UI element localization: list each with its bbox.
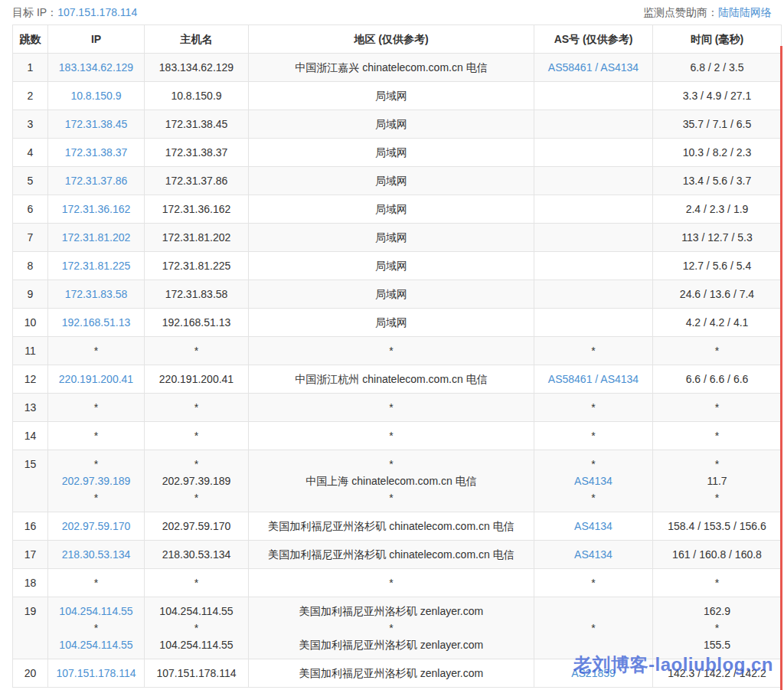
time-cell: 142.3 / 142.2 / 142.2 <box>653 659 782 688</box>
cell-text: 24.6 / 13.6 / 7.4 <box>680 288 754 300</box>
as-link[interactable]: AS4134 <box>574 548 612 561</box>
ip-link[interactable]: 104.254.114.55 <box>59 605 132 617</box>
table-row: 20107.151.178.114107.151.178.114美国加利福尼亚州… <box>13 659 782 688</box>
ip-link[interactable]: 172.31.36.162 <box>62 203 131 215</box>
hop-number: 5 <box>13 167 48 195</box>
table-row: 18***** <box>13 569 782 597</box>
hop-number: 19 <box>13 597 48 659</box>
as-cell: * <box>534 597 653 659</box>
cell-text: 113 / 12.7 / 5.3 <box>681 231 752 244</box>
cell-text: * <box>389 458 393 470</box>
as-link[interactable]: AS21859 <box>571 667 616 679</box>
ip-link[interactable]: 218.30.53.134 <box>62 548 131 561</box>
hop-number: 16 <box>13 512 48 541</box>
region-cell: * <box>249 394 534 422</box>
ip-link[interactable]: 183.134.62.129 <box>59 61 133 74</box>
ip-link[interactable]: 220.191.200.41 <box>59 373 133 385</box>
cell-text: 美国加利福尼亚州洛杉矶 chinatelecom.com.cn 电信 <box>268 548 514 561</box>
hop-number: 11 <box>13 337 48 365</box>
hop-number: 13 <box>13 394 48 422</box>
cell-text: 美国加利福尼亚州洛杉矶 chinatelecom.com.cn 电信 <box>268 520 514 532</box>
cell-text: 4.2 / 4.2 / 4.1 <box>686 316 749 329</box>
ip-cell: * <box>48 422 145 450</box>
trace-table-body: 1183.134.62.129183.134.62.129中国浙江嘉兴 chin… <box>13 54 782 688</box>
cell-text: * <box>591 401 595 414</box>
cell-text: * <box>389 430 393 442</box>
hostname-cell: 172.31.36.162 <box>145 195 249 224</box>
cell-text: 局域网 <box>375 288 407 300</box>
hostname-cell: 172.31.38.45 <box>145 110 249 139</box>
hop-number: 2 <box>13 82 48 110</box>
cell-text: 局域网 <box>375 231 407 244</box>
table-row: 6172.31.36.162172.31.36.162局域网2.4 / 2.3 … <box>13 195 782 224</box>
cell-text: * <box>715 430 719 442</box>
topbar: 目标 IP：107.151.178.114 监测点赞助商：陆陆陆网络 <box>0 0 784 25</box>
sponsor-link[interactable]: 陆陆陆网络 <box>718 6 772 18</box>
cell-text: 172.31.81.225 <box>162 260 231 272</box>
sponsor-label: 监测点赞助商： <box>643 6 718 18</box>
ip-cell: 107.151.178.114 <box>48 659 145 688</box>
hostname-cell: * <box>145 337 249 365</box>
as-cell: * <box>534 569 653 597</box>
table-row: 9172.31.83.58172.31.83.58局域网24.6 / 13.6 … <box>13 280 782 309</box>
table-row: 5172.31.37.86172.31.37.86局域网13.4 / 5.6 /… <box>13 167 782 195</box>
ip-link[interactable]: 202.97.39.189 <box>62 475 131 487</box>
ip-link[interactable]: 172.31.83.58 <box>65 288 128 300</box>
column-header-region: 地区 (仅供参考) <box>249 25 534 54</box>
time-cell: 113 / 12.7 / 5.3 <box>653 224 782 252</box>
as-cell <box>534 110 653 139</box>
ip-cell: 172.31.37.86 <box>48 167 145 195</box>
cell-text: * <box>389 622 393 634</box>
ip-link[interactable]: 172.31.81.202 <box>62 231 131 244</box>
cell-text: 202.97.39.189 <box>162 475 231 487</box>
time-cell: 162.9*155.5 <box>653 597 782 659</box>
cell-text: * <box>715 622 719 634</box>
region-cell: 美国加利福尼亚州洛杉矶 zenlayer.com*美国加利福尼亚州洛杉矶 zen… <box>249 597 534 659</box>
time-cell: 24.6 / 13.6 / 7.4 <box>653 280 782 309</box>
as-cell: AS58461 / AS4134 <box>534 54 653 82</box>
ip-cell: 183.134.62.129 <box>48 54 145 82</box>
hostname-cell: 172.31.83.58 <box>145 280 249 309</box>
target-ip-link[interactable]: 107.151.178.114 <box>57 6 137 18</box>
ip-link[interactable]: 172.31.37.86 <box>65 175 128 187</box>
cell-text: 中国浙江杭州 chinatelecom.com.cn 电信 <box>295 373 487 385</box>
cell-text: 10.3 / 8.2 / 2.3 <box>683 146 752 159</box>
ip-link[interactable]: 172.31.38.37 <box>65 146 128 159</box>
cell-text: * <box>591 458 595 470</box>
cell-text: 局域网 <box>375 90 407 102</box>
time-cell: 161 / 160.8 / 160.8 <box>653 541 782 569</box>
ip-link[interactable]: 172.31.81.225 <box>62 260 131 272</box>
ip-link[interactable]: 107.151.178.114 <box>56 667 136 679</box>
hostname-cell: 220.191.200.41 <box>145 365 249 394</box>
as-link[interactable]: AS58461 / AS4134 <box>548 61 639 74</box>
as-link[interactable]: AS4134 <box>574 520 612 532</box>
cell-text: 183.134.62.129 <box>159 61 234 74</box>
as-link[interactable]: AS4134 <box>574 475 612 487</box>
cell-text: * <box>591 345 595 357</box>
cell-text: 局域网 <box>375 260 407 272</box>
as-cell: AS4134 <box>534 541 653 569</box>
hostname-cell: 10.8.150.9 <box>145 82 249 110</box>
table-row: 3172.31.38.45172.31.38.45局域网35.7 / 7.1 /… <box>13 110 782 139</box>
region-cell: 美国加利福尼亚州洛杉矶 zenlayer.com <box>249 659 534 688</box>
region-cell: 美国加利福尼亚州洛杉矶 chinatelecom.com.cn 电信 <box>249 512 534 541</box>
hostname-cell: 107.151.178.114 <box>145 659 249 688</box>
cell-text: 172.31.83.58 <box>165 288 228 300</box>
time-cell: 12.7 / 5.6 / 5.4 <box>653 252 782 280</box>
ip-link[interactable]: 104.254.114.55 <box>59 639 132 651</box>
cell-text: * <box>194 345 198 357</box>
ip-link[interactable]: 172.31.38.45 <box>65 118 128 130</box>
time-cell: 2.4 / 2.3 / 1.9 <box>653 195 782 224</box>
cell-text: 107.151.178.114 <box>156 667 236 679</box>
ip-link[interactable]: 192.168.51.13 <box>62 316 131 329</box>
ip-link[interactable]: 202.97.59.170 <box>62 520 131 532</box>
table-row: 14***** <box>13 422 782 450</box>
cell-text: 220.191.200.41 <box>159 373 234 385</box>
time-cell: 13.4 / 5.6 / 3.7 <box>653 167 782 195</box>
region-cell: 美国加利福尼亚州洛杉矶 chinatelecom.com.cn 电信 <box>249 541 534 569</box>
cell-text: * <box>94 430 98 442</box>
ip-link[interactable]: 10.8.150.9 <box>70 90 121 102</box>
cell-text: 13.4 / 5.6 / 3.7 <box>683 175 752 187</box>
as-cell: AS21859 <box>534 659 653 688</box>
as-link[interactable]: AS58461 / AS4134 <box>548 373 639 385</box>
